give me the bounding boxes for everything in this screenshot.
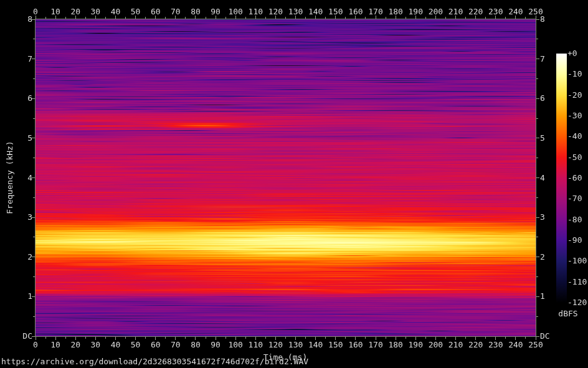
x-tick-label-top: 130 bbox=[288, 7, 303, 16]
colorbar-tick-label: -40 bbox=[567, 132, 582, 141]
x-major-tick-bottom bbox=[475, 337, 476, 340]
x-tick-label-bottom: 100 bbox=[228, 341, 242, 349]
x-major-tick-bottom bbox=[435, 337, 436, 340]
colorbar-tick-label: -20 bbox=[567, 91, 582, 100]
x-major-tick-bottom bbox=[235, 337, 236, 340]
x-major-tick-bottom bbox=[155, 337, 156, 340]
y-tick-label-right: 3 bbox=[540, 213, 545, 222]
x-major-tick-bottom bbox=[255, 337, 256, 340]
x-tick-label-bottom: 210 bbox=[448, 341, 463, 349]
x-minor-tick-bottom bbox=[165, 337, 166, 339]
x-tick-label-bottom: 170 bbox=[368, 341, 382, 349]
y-tick-label-left: 1 bbox=[0, 292, 32, 301]
x-tick-label-bottom: 50 bbox=[131, 341, 141, 349]
x-tick-label-top: 100 bbox=[228, 7, 242, 16]
x-minor-tick-bottom bbox=[405, 337, 406, 339]
y-minor-tick-right bbox=[536, 118, 538, 119]
y-tick-label-right: DC bbox=[540, 332, 550, 341]
x-major-tick-bottom bbox=[415, 337, 416, 340]
y-major-tick-right bbox=[536, 217, 539, 218]
x-tick-label-bottom: 240 bbox=[508, 341, 523, 349]
x-major-tick-bottom bbox=[195, 337, 196, 340]
y-major-tick-right bbox=[536, 59, 539, 59]
x-minor-tick-bottom bbox=[386, 337, 386, 339]
y-tick-label-right: 5 bbox=[540, 134, 545, 143]
x-minor-tick-bottom bbox=[425, 337, 426, 339]
x-tick-label-top: 70 bbox=[171, 7, 181, 16]
y-minor-tick-right bbox=[536, 237, 538, 237]
source-url-text: https://archive.org/download/2d326830354… bbox=[1, 357, 308, 366]
y-tick-label-right: 8 bbox=[540, 15, 545, 24]
x-tick-label-top: 250 bbox=[528, 7, 543, 16]
x-minor-tick-bottom bbox=[105, 337, 106, 339]
y-minor-tick-right bbox=[536, 78, 538, 79]
colorbar-tick-label: +0 bbox=[567, 49, 577, 58]
x-tick-label-bottom: 180 bbox=[388, 341, 402, 349]
colorbar-tick-label: -100 bbox=[567, 257, 587, 265]
y-major-tick-right bbox=[536, 296, 539, 297]
colorbar-tick-label: -80 bbox=[567, 215, 582, 224]
x-major-tick-bottom bbox=[495, 337, 496, 340]
x-tick-label-top: 170 bbox=[368, 7, 382, 16]
y-tick-label-left: 3 bbox=[0, 213, 32, 222]
colorbar-tick-label: -60 bbox=[567, 174, 582, 182]
y-minor-tick-right bbox=[536, 316, 538, 317]
x-tick-label-bottom: 140 bbox=[308, 341, 323, 349]
x-tick-label-bottom: 250 bbox=[528, 341, 543, 349]
x-major-tick-bottom bbox=[275, 337, 276, 340]
colorbar-tick-label: -70 bbox=[567, 194, 582, 203]
x-tick-label-bottom: 160 bbox=[348, 341, 363, 349]
x-minor-tick-bottom bbox=[465, 337, 466, 339]
x-major-tick-bottom bbox=[396, 337, 396, 340]
y-tick-label-left: DC bbox=[0, 332, 32, 341]
x-tick-label-bottom: 60 bbox=[151, 341, 161, 349]
x-minor-tick-bottom bbox=[185, 337, 186, 339]
x-major-tick-bottom bbox=[36, 337, 36, 340]
y-tick-label-right: 4 bbox=[540, 174, 545, 182]
x-tick-label-bottom: 110 bbox=[249, 341, 263, 349]
x-major-tick-bottom bbox=[376, 337, 376, 340]
x-tick-label-bottom: 230 bbox=[488, 341, 503, 349]
y-major-tick-right bbox=[536, 257, 539, 257]
x-tick-label-top: 230 bbox=[488, 7, 503, 16]
x-tick-label-top: 190 bbox=[409, 7, 423, 16]
x-tick-label-top: 110 bbox=[249, 7, 263, 16]
x-tick-label-top: 80 bbox=[191, 7, 201, 16]
x-minor-tick-bottom bbox=[305, 337, 306, 339]
x-tick-label-top: 150 bbox=[328, 7, 343, 16]
colorbar-gradient bbox=[556, 54, 567, 303]
x-tick-label-top: 120 bbox=[268, 7, 283, 16]
y-major-tick-right bbox=[536, 336, 539, 337]
x-major-tick-bottom bbox=[536, 337, 536, 340]
x-tick-label-top: 180 bbox=[388, 7, 402, 16]
x-tick-label-bottom: 120 bbox=[268, 341, 283, 349]
y-minor-tick-right bbox=[536, 158, 538, 158]
x-tick-label-top: 30 bbox=[91, 7, 101, 16]
x-tick-label-top: 10 bbox=[50, 7, 60, 16]
x-minor-tick-bottom bbox=[265, 337, 266, 339]
x-tick-label-bottom: 30 bbox=[91, 341, 101, 349]
x-major-tick-bottom bbox=[135, 337, 136, 340]
x-tick-label-bottom: 190 bbox=[409, 341, 423, 349]
x-minor-tick-bottom bbox=[325, 337, 326, 339]
x-major-tick-bottom bbox=[115, 337, 116, 340]
colorbar-unit-label: dBFS bbox=[554, 309, 582, 318]
spectrogram-figure: 0010102020303040405050606070708080909010… bbox=[0, 0, 588, 368]
x-tick-label-bottom: 0 bbox=[33, 341, 38, 349]
y-tick-label-right: 6 bbox=[540, 94, 545, 103]
x-minor-tick-bottom bbox=[125, 337, 126, 339]
x-minor-tick-bottom bbox=[85, 337, 86, 339]
x-tick-label-top: 20 bbox=[70, 7, 80, 16]
y-tick-label-left: 6 bbox=[0, 94, 32, 103]
x-major-tick-bottom bbox=[315, 337, 316, 340]
x-major-tick-bottom bbox=[355, 337, 356, 340]
x-major-tick-bottom bbox=[515, 337, 516, 340]
x-tick-label-bottom: 220 bbox=[468, 341, 483, 349]
x-minor-tick-bottom bbox=[45, 337, 46, 339]
colorbar-tick-label: -50 bbox=[567, 153, 582, 162]
x-minor-tick-bottom bbox=[345, 337, 346, 339]
x-tick-label-top: 40 bbox=[111, 7, 121, 16]
x-minor-tick-bottom bbox=[65, 337, 66, 339]
x-major-tick-bottom bbox=[216, 337, 216, 340]
x-major-tick-bottom bbox=[75, 337, 76, 340]
